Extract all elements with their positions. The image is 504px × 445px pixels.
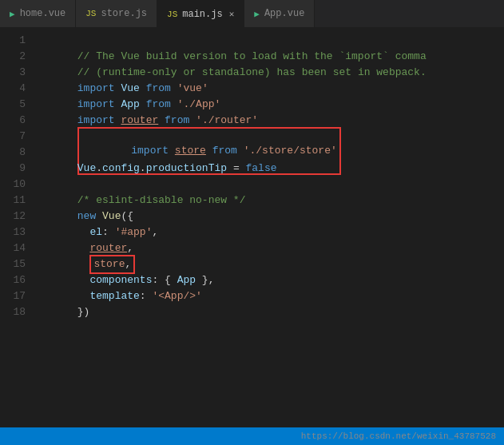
code-editor: 1 2 3 4 5 6 7 8 9 10 11 12 13 14 15 16 1…: [0, 28, 504, 427]
code-line: el: '#app',: [40, 209, 504, 224]
tab-app-vue[interactable]: ▶ App.vue: [244, 0, 315, 27]
code-line: router,: [40, 224, 504, 240]
code-line: [40, 129, 504, 145]
code-line-highlighted: import store from './store/store': [40, 113, 504, 129]
tab-close-icon[interactable]: ✕: [229, 9, 235, 19]
code-line: components: { App },: [40, 256, 504, 272]
tab-label: home.vue: [20, 8, 66, 19]
tab-label: App.vue: [264, 8, 304, 19]
code-line: // (runtime-only or standalone) has been…: [40, 49, 504, 65]
status-bar: https://blog.csdn.net/weixin_43787528: [0, 427, 504, 445]
js-icon: JS: [167, 10, 177, 19]
tab-label: store.js: [101, 8, 147, 19]
code-line: // The Vue build version to load with th…: [40, 33, 504, 49]
tab-store-js[interactable]: JS store.js: [76, 0, 157, 27]
code-line: import App from './App': [40, 81, 504, 97]
tab-home-vue[interactable]: ▶ home.vue: [0, 0, 76, 27]
line-numbers: 1 2 3 4 5 6 7 8 9 10 11 12 13 14 15 16 1…: [0, 28, 34, 427]
code-line: [40, 161, 504, 177]
code-line: import router from './router': [40, 97, 504, 113]
code-line: Vue.config.productionTip = false: [40, 145, 504, 161]
vue-icon: ▶: [10, 9, 15, 19]
code-line: /* eslint-disable no-new */: [40, 177, 504, 193]
tab-label: main.js: [182, 9, 222, 20]
code-line-highlighted: store,: [40, 240, 504, 256]
tab-bar: ▶ home.vue JS store.js JS main.js ✕ ▶ Ap…: [0, 0, 504, 28]
code-line: }): [40, 288, 504, 304]
code-line: import Vue from 'vue': [40, 65, 504, 81]
code-line: [40, 304, 504, 320]
code-line: new Vue({: [40, 193, 504, 209]
tab-main-js[interactable]: JS main.js ✕: [157, 0, 244, 27]
code-lines: // The Vue build version to load with th…: [34, 28, 504, 427]
watermark-text: https://blog.csdn.net/weixin_43787528: [301, 431, 496, 441]
vue-icon: ▶: [254, 9, 260, 19]
code-line: template: '<App/>': [40, 272, 504, 288]
js-icon: JS: [85, 9, 96, 18]
